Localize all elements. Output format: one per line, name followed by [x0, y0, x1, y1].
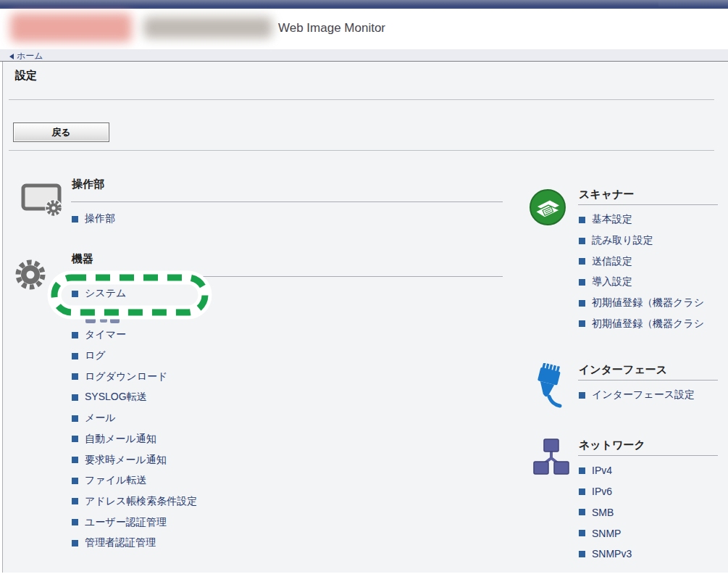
gear-icon	[12, 256, 49, 294]
section-links: IPv4IPv6SMBSNMPSNMPv3	[578, 456, 718, 564]
settings-link[interactable]: システム	[85, 287, 126, 300]
settings-link[interactable]: インターフェース設定	[592, 388, 695, 402]
square-bullet-icon	[579, 300, 585, 307]
square-bullet-icon	[579, 392, 585, 399]
network-nodes-icon	[531, 438, 572, 476]
settings-link-item: タイマー	[71, 325, 503, 346]
settings-link[interactable]: ログダウンロード	[85, 370, 167, 383]
section-network: ネットワーク IPv4IPv6SMBSNMPSNMPv3	[530, 438, 728, 564]
settings-link-item: ログダウンロード	[71, 366, 503, 387]
settings-link-item: SNMPv3	[578, 544, 718, 565]
settings-column-left: 操作部 操作部 機器 システム日付・時刻タイマーログログダウンロードSYSLOG…	[3, 178, 504, 576]
settings-link-item: SYSLOG転送	[71, 387, 503, 408]
section-interface: インターフェース インターフェース設定	[530, 363, 728, 410]
square-bullet-icon	[72, 216, 78, 223]
breadcrumb-home-link[interactable]: ホーム	[9, 50, 43, 62]
square-bullet-icon	[72, 291, 78, 297]
square-bullet-icon	[72, 353, 78, 359]
divider	[9, 99, 714, 100]
settings-link[interactable]: 自動メール通知	[85, 433, 156, 446]
section-scanner: スキャナー 基本設定読み取り設定送信設定導入設定初期値登録（機器クラシ初期値登録…	[530, 188, 728, 334]
section-links: システム日付・時刻タイマーログログダウンロードSYSLOG転送メール自動メール通…	[71, 277, 503, 554]
square-bullet-icon	[72, 478, 78, 484]
square-bullet-icon	[72, 457, 78, 463]
settings-link-item: ファイル転送	[71, 470, 503, 491]
square-bullet-icon	[579, 530, 585, 536]
square-bullet-icon	[72, 498, 78, 504]
control-panel-icon	[21, 183, 66, 220]
settings-column-right: スキャナー 基本設定読み取り設定送信設定導入設定初期値登録（機器クラシ初期値登録…	[530, 178, 728, 582]
back-button[interactable]: 戻る	[13, 122, 109, 142]
section-title: インターフェース	[578, 363, 718, 381]
device-name-blurred	[143, 17, 272, 38]
settings-link[interactable]: 日付・時刻	[85, 308, 135, 321]
settings-link[interactable]: SNMPv3	[592, 548, 632, 560]
section-control-panel: 操作部 操作部	[3, 178, 504, 230]
settings-link[interactable]: ログ	[85, 349, 106, 362]
section-icon-cell	[530, 438, 578, 476]
square-bullet-icon	[72, 332, 78, 338]
square-bullet-icon	[72, 415, 78, 422]
square-bullet-icon	[72, 436, 78, 442]
square-bullet-icon	[579, 467, 585, 474]
square-bullet-icon	[579, 217, 585, 223]
settings-link[interactable]: 初期値登録（機器クラシ	[592, 317, 704, 331]
settings-panel: 設定 戻る 操作部 操作部	[2, 62, 728, 573]
settings-link[interactable]: 基本設定	[592, 213, 632, 226]
settings-link-item: 基本設定	[578, 209, 718, 230]
settings-link[interactable]: SMB	[592, 507, 614, 518]
settings-link[interactable]: SNMP	[592, 528, 621, 539]
settings-link[interactable]: 導入設定	[592, 275, 632, 288]
settings-link[interactable]: 初期値登録（機器クラシ	[592, 296, 704, 309]
settings-link[interactable]: タイマー	[85, 328, 126, 341]
square-bullet-icon	[579, 238, 585, 244]
settings-link[interactable]: IPv6	[592, 486, 612, 497]
settings-link[interactable]: 要求時メール通知	[85, 454, 167, 467]
settings-link-item: 要求時メール通知	[71, 449, 503, 470]
settings-link[interactable]: SYSLOG転送	[85, 391, 147, 404]
settings-link-item: インターフェース設定	[578, 385, 718, 406]
ethernet-plug-icon	[530, 363, 572, 410]
section-title: 機器	[71, 252, 503, 277]
settings-link-item: 管理者認証管理	[71, 533, 503, 554]
section-icon-cell	[3, 252, 71, 294]
scanner-icon	[530, 189, 566, 225]
square-bullet-icon	[579, 258, 585, 265]
settings-link-item: SMB	[578, 502, 718, 523]
square-bullet-icon	[72, 519, 78, 525]
settings-link-item: 導入設定	[578, 272, 718, 293]
settings-link-item: 読み取り設定	[578, 230, 718, 251]
settings-link[interactable]: 読み取り設定	[592, 234, 653, 247]
square-bullet-icon	[579, 509, 585, 515]
square-bullet-icon	[579, 551, 585, 557]
square-bullet-icon	[579, 489, 585, 495]
back-triangle-icon	[9, 54, 14, 59]
settings-link-item: 初期値登録（機器クラシ	[578, 293, 718, 314]
settings-link-item: 送信設定	[578, 251, 718, 272]
section-links: インターフェース設定	[578, 381, 718, 406]
settings-link[interactable]: アドレス帳検索条件設定	[85, 495, 197, 508]
square-bullet-icon	[72, 373, 78, 380]
section-title: ネットワーク	[578, 438, 718, 456]
settings-link-item: 操作部	[71, 209, 503, 230]
settings-link[interactable]: 管理者認証管理	[85, 536, 156, 549]
breadcrumb-home-label: ホーム	[17, 50, 43, 62]
settings-link[interactable]: 操作部	[85, 212, 115, 225]
section-icon-cell	[3, 178, 71, 220]
settings-link-item: 日付・時刻	[71, 304, 503, 325]
settings-link[interactable]: IPv4	[592, 465, 612, 476]
section-device: 機器 システム日付・時刻タイマーログログダウンロードSYSLOG転送メール自動メ…	[3, 252, 504, 554]
section-links: 操作部	[71, 202, 503, 230]
settings-link[interactable]: ファイル転送	[85, 474, 146, 487]
breadcrumb-bar: ホーム	[0, 49, 728, 62]
square-bullet-icon	[72, 311, 78, 317]
square-bullet-icon	[72, 394, 78, 401]
settings-link[interactable]: ユーザー認証管理	[85, 516, 167, 529]
top-navy-bar	[0, 0, 728, 9]
square-bullet-icon	[579, 279, 585, 286]
settings-link[interactable]: メール	[85, 412, 116, 425]
settings-link[interactable]: 送信設定	[592, 255, 632, 268]
settings-link-item: メール	[71, 408, 503, 429]
settings-link-item: ログ	[71, 346, 503, 367]
square-bullet-icon	[579, 320, 585, 327]
